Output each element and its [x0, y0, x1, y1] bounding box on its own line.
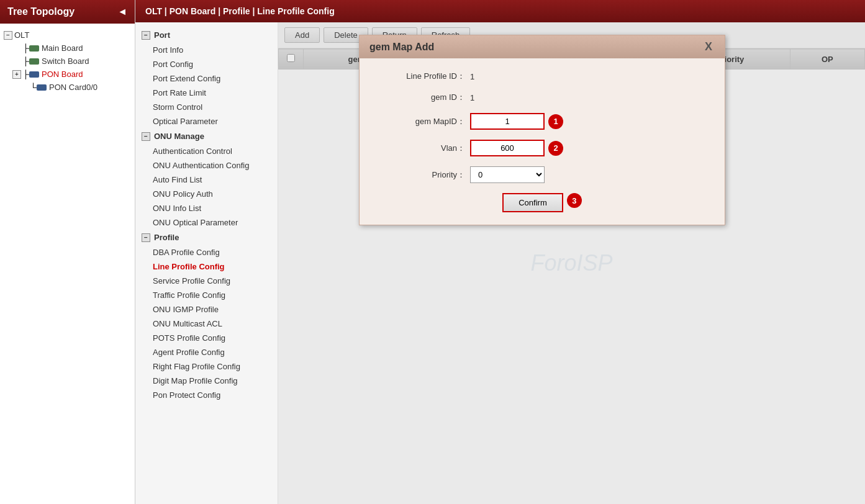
nav-item-port-info[interactable]: Port Info	[135, 43, 278, 57]
tree-item-switchboard[interactable]: ├─ Switch Board	[2, 55, 132, 68]
ponboard-icon	[29, 71, 39, 78]
tree-item-poncard[interactable]: └─ PON Card0/0	[2, 81, 132, 94]
modal-close-button[interactable]: X	[702, 40, 715, 53]
confirm-button[interactable]: Confirm	[502, 193, 563, 212]
onu-manage-expand-icon: −	[142, 132, 150, 141]
field-line-profile-id: Line Profile ID： 1	[378, 71, 706, 82]
sidebar-header: Tree Topology ◄	[0, 0, 135, 24]
main-content: Add Delete Return Refresh gem ID	[278, 22, 865, 504]
tree-label-switchboard: Switch Board	[42, 56, 89, 66]
nav-item-digit-map-profile[interactable]: Digit Map Profile Config	[135, 374, 278, 388]
tree-item-olt[interactable]: − OLT	[2, 29, 132, 42]
nav-section-port[interactable]: − Port	[135, 27, 278, 43]
onu-manage-section-label: ONU Manage	[154, 132, 204, 141]
nav-item-service-profile[interactable]: Service Profile Config	[135, 274, 278, 288]
nav-item-line-profile[interactable]: Line Profile Config	[135, 259, 278, 274]
modal-overlay: gem Map Add X Line Profile ID： 1 g	[278, 22, 865, 504]
profile-expand-icon: −	[142, 233, 150, 242]
step-badge-1: 1	[548, 114, 563, 129]
tree-label-ponboard: PON Board	[42, 70, 83, 79]
tree-expand-ponboard[interactable]: +	[12, 70, 21, 79]
nav-item-traffic-profile[interactable]: Traffic Profile Config	[135, 288, 278, 302]
tree-item-ponboard[interactable]: + ├─ PON Board	[2, 68, 132, 81]
line-profile-id-label: Line Profile ID：	[378, 71, 465, 82]
nav-item-right-flag-profile[interactable]: Right Flag Profile Config	[135, 359, 278, 374]
switchboard-icon	[29, 58, 39, 65]
nav-item-port-config[interactable]: Port Config	[135, 57, 278, 71]
nav-item-dba-profile[interactable]: DBA Profile Config	[135, 245, 278, 259]
modal-header: gem Map Add X	[360, 35, 725, 58]
tree-item-mainboard[interactable]: ├─ Main Board	[2, 42, 132, 55]
connector4: └─	[30, 83, 37, 92]
nav-panel: − Port Port Info Port Config Port Extend…	[135, 22, 278, 504]
gem-id-value: 1	[470, 93, 474, 102]
nav-item-onu-policy-auth[interactable]: ONU Policy Auth	[135, 187, 278, 201]
vlan-label: Vlan：	[378, 143, 465, 154]
nav-section-profile[interactable]: − Profile	[135, 230, 278, 245]
tree-label-poncard: PON Card0/0	[49, 83, 97, 92]
nav-item-storm-control[interactable]: Storm Control	[135, 100, 278, 114]
step-badge-2: 2	[548, 141, 563, 156]
breadcrumb: OLT | PON Board | Profile | Line Profile…	[135, 0, 865, 22]
nav-item-pots-profile[interactable]: POTS Profile Config	[135, 331, 278, 345]
nav-item-optical-parameter[interactable]: Optical Parameter	[135, 114, 278, 128]
vlan-input[interactable]	[470, 140, 545, 156]
port-section-label: Port	[154, 30, 170, 40]
breadcrumb-text: OLT | PON Board | Profile | Line Profile…	[145, 6, 335, 16]
connector2: ├─	[23, 56, 29, 66]
modal-title: gem Map Add	[369, 42, 434, 53]
nav-item-onu-multicast-acl[interactable]: ONU Multicast ACL	[135, 317, 278, 331]
priority-select[interactable]: 0 1 2 3 4 5 6 7	[470, 166, 545, 183]
sidebar: Tree Topology ◄ − OLT ├─ Main Board ├─ S…	[0, 0, 135, 504]
poncard-icon	[37, 84, 47, 91]
nav-item-port-rate-limit[interactable]: Port Rate Limit	[135, 86, 278, 100]
gem-map-add-modal: gem Map Add X Line Profile ID： 1 g	[359, 35, 725, 225]
port-expand-icon: −	[142, 31, 150, 40]
nav-item-port-extend-config[interactable]: Port Extend Config	[135, 71, 278, 86]
gem-mapid-input[interactable]	[470, 113, 545, 130]
field-vlan: Vlan： 2	[378, 140, 706, 156]
nav-item-onu-igmp-profile[interactable]: ONU IGMP Profile	[135, 302, 278, 317]
gem-mapid-label: gem MapID：	[378, 116, 465, 127]
sidebar-arrow[interactable]: ◄	[117, 6, 127, 17]
profile-section-label: Profile	[154, 233, 179, 242]
nav-item-agent-profile[interactable]: Agent Profile Config	[135, 345, 278, 359]
gem-id-label: gem ID：	[378, 92, 465, 103]
nav-item-onu-auth-config[interactable]: ONU Authentication Config	[135, 158, 278, 173]
field-priority: Priority： 0 1 2 3 4 5 6 7	[378, 166, 706, 183]
tree-container: − OLT ├─ Main Board ├─ Switch Board + ├─	[0, 24, 135, 504]
nav-item-onu-optical-param[interactable]: ONU Optical Parameter	[135, 215, 278, 230]
nav-item-onu-info-list[interactable]: ONU Info List	[135, 201, 278, 215]
tree-label-mainboard: Main Board	[42, 43, 83, 53]
nav-item-pon-protect-config[interactable]: Pon Protect Config	[135, 388, 278, 402]
line-profile-id-value: 1	[470, 72, 474, 81]
connector3: ├─	[23, 70, 29, 79]
sidebar-title: Tree Topology	[7, 6, 75, 17]
tree-expand-olt[interactable]: −	[4, 31, 12, 40]
nav-item-auto-find-list[interactable]: Auto Find List	[135, 173, 278, 187]
modal-body: Line Profile ID： 1 gem ID： 1 gem MapID：	[360, 58, 725, 225]
content-area: OLT | PON Board | Profile | Line Profile…	[135, 0, 865, 504]
confirm-row: Confirm 3	[378, 193, 706, 212]
nav-section-onu-manage[interactable]: − ONU Manage	[135, 128, 278, 144]
middle-section: − Port Port Info Port Config Port Extend…	[135, 22, 865, 504]
tree-label-olt: OLT	[14, 30, 29, 40]
field-gem-id: gem ID： 1	[378, 92, 706, 103]
priority-label: Priority：	[378, 169, 465, 181]
mainboard-icon	[29, 45, 39, 52]
nav-item-auth-control[interactable]: Authentication Control	[135, 144, 278, 158]
connector1: ├─	[23, 43, 29, 53]
step-badge-3: 3	[567, 193, 582, 208]
field-gem-mapid: gem MapID： 1	[378, 113, 706, 130]
